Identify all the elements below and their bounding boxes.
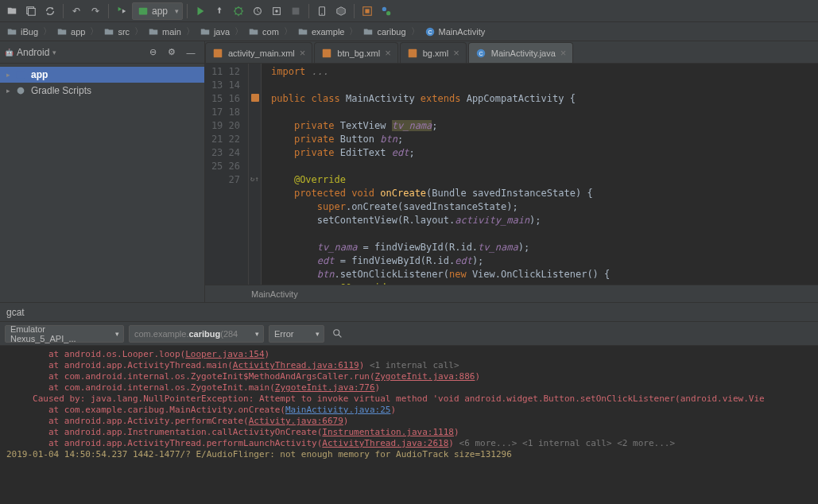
svg-point-13	[386, 11, 390, 15]
log-content[interactable]: at android.os.Looper.loop(Looper.java:15…	[0, 346, 818, 504]
tab-bg[interactable]: bg.xml ×	[400, 42, 467, 63]
editor-area: activity_main.xml × btn_bg.xml × bg.xml …	[205, 41, 818, 302]
breadcrumb-item[interactable]: java	[196, 25, 233, 39]
tab-activity-main[interactable]: activity_main.xml ×	[205, 42, 312, 63]
tab-btn-bg[interactable]: btn_bg.xml ×	[314, 42, 397, 63]
avd-manager-icon[interactable]	[313, 2, 331, 20]
svg-rect-19	[323, 48, 331, 57]
breadcrumb-footer[interactable]: MainActivity	[205, 285, 818, 302]
process-selector[interactable]: com.example.caribug (284	[129, 325, 264, 343]
close-icon[interactable]: ×	[560, 47, 567, 59]
logcat-toolbar: Emulator Nexus_5_API_... com.example.car…	[0, 322, 818, 346]
svg-rect-18	[214, 48, 223, 57]
svg-point-12	[382, 6, 386, 10]
layout-inspector-icon[interactable]	[359, 2, 376, 20]
tree-item-app[interactable]: ▸ app	[0, 67, 204, 83]
apply-changes-icon[interactable]	[211, 2, 228, 20]
chevron-down-icon: ▾	[52, 48, 56, 56]
svg-point-17	[17, 87, 25, 95]
run-config-combo[interactable]: app	[132, 2, 183, 20]
project-panel-header: 🤖 Android ▾ ⊖ ⚙ —	[0, 41, 204, 64]
main-toolbar: ↶ ↷ app	[0, 0, 818, 22]
open-file-icon[interactable]	[3, 2, 21, 20]
svg-rect-7	[293, 7, 300, 14]
main-area: 🤖 Android ▾ ⊖ ⚙ — ▸ app ▸ Gradle Scripts	[0, 41, 818, 302]
svg-rect-20	[409, 48, 417, 57]
logcat-header[interactable]: gcat	[0, 303, 818, 322]
debug-icon[interactable]	[230, 2, 247, 20]
breadcrumb-item[interactable]: com	[245, 25, 282, 39]
tree-item-gradle[interactable]: ▸ Gradle Scripts	[0, 83, 204, 99]
breadcrumb-item[interactable]: app	[53, 25, 88, 39]
logcat-panel: gcat Emulator Nexus_5_API_... com.exampl…	[0, 302, 818, 504]
collapse-all-icon[interactable]: ⊖	[144, 44, 161, 61]
log-level-selector[interactable]: Error	[269, 325, 324, 343]
gear-icon[interactable]: ⚙	[163, 44, 180, 61]
svg-rect-23	[251, 94, 259, 102]
close-icon[interactable]: ×	[453, 47, 459, 59]
gutter[interactable]: 11 12 13 14 15 16 17 18 19 20 21 22 23 2…	[205, 64, 249, 285]
breadcrumb-item[interactable]: CMainActivity	[421, 25, 489, 39]
chevron-right-icon: 〉	[349, 25, 358, 37]
hide-icon[interactable]: —	[182, 44, 200, 61]
run-icon[interactable]	[192, 2, 209, 20]
redo-icon[interactable]: ↷	[87, 2, 104, 20]
close-icon[interactable]: ×	[385, 47, 391, 59]
chevron-right-icon: 〉	[90, 25, 99, 37]
editor-tabs: activity_main.xml × btn_bg.xml × bg.xml …	[205, 41, 818, 64]
project-tree: ▸ app ▸ Gradle Scripts	[0, 64, 204, 102]
device-selector[interactable]: Emulator Nexus_5_API_...	[5, 325, 124, 343]
chevron-right-icon: 〉	[284, 25, 293, 37]
chevron-right-icon: 〉	[43, 25, 52, 37]
code-editor[interactable]: 11 12 13 14 15 16 17 18 19 20 21 22 23 2…	[205, 64, 818, 285]
undo-icon[interactable]: ↶	[68, 2, 85, 20]
project-view-selector[interactable]: 🤖 Android ▾	[5, 47, 56, 58]
breadcrumb-item[interactable]: main	[145, 25, 184, 39]
svg-point-6	[275, 10, 278, 13]
tab-main-activity[interactable]: C MainActivity.java ×	[468, 42, 574, 63]
chevron-right-icon: 〉	[411, 25, 420, 37]
breadcrumb-item[interactable]: iBug	[3, 25, 41, 39]
chevron-right-icon: 〉	[235, 25, 243, 37]
breadcrumb-item[interactable]: example	[294, 25, 348, 39]
gutter-icons: ↻↑	[249, 64, 262, 285]
sync-icon[interactable]	[41, 2, 59, 20]
build-icon[interactable]	[113, 2, 130, 20]
resource-manager-icon[interactable]	[378, 2, 395, 20]
project-panel: 🤖 Android ▾ ⊖ ⚙ — ▸ app ▸ Gradle Scripts	[0, 41, 205, 302]
expand-arrow-icon: ▸	[6, 71, 10, 79]
robot-icon: 🤖	[5, 48, 14, 56]
svg-rect-11	[365, 9, 369, 13]
stop-icon[interactable]	[287, 2, 304, 20]
chevron-right-icon: 〉	[134, 25, 143, 37]
close-icon[interactable]: ×	[300, 47, 306, 59]
svg-rect-16	[17, 72, 25, 79]
search-icon[interactable]	[329, 325, 347, 343]
run-config-label: app	[152, 6, 168, 17]
profiler-icon[interactable]	[249, 2, 266, 20]
breadcrumb-item[interactable]: caribug	[359, 25, 409, 39]
code-content[interactable]: import ... public class MainActivity ext…	[262, 64, 818, 285]
svg-rect-2	[139, 7, 148, 14]
svg-text:C: C	[428, 29, 432, 34]
attach-debugger-icon[interactable]	[268, 2, 285, 20]
breadcrumb: iBug 〉 app 〉 src 〉 main 〉 java 〉 com 〉 e…	[0, 22, 818, 41]
breadcrumb-item[interactable]: src	[100, 25, 133, 39]
svg-point-9	[321, 13, 322, 14]
svg-point-24	[334, 329, 339, 335]
svg-rect-1	[29, 8, 36, 15]
svg-text:C: C	[479, 50, 483, 56]
chevron-right-icon: 〉	[186, 25, 195, 37]
sdk-manager-icon[interactable]	[332, 2, 350, 20]
expand-arrow-icon: ▸	[6, 87, 10, 95]
save-all-icon[interactable]	[22, 2, 40, 20]
